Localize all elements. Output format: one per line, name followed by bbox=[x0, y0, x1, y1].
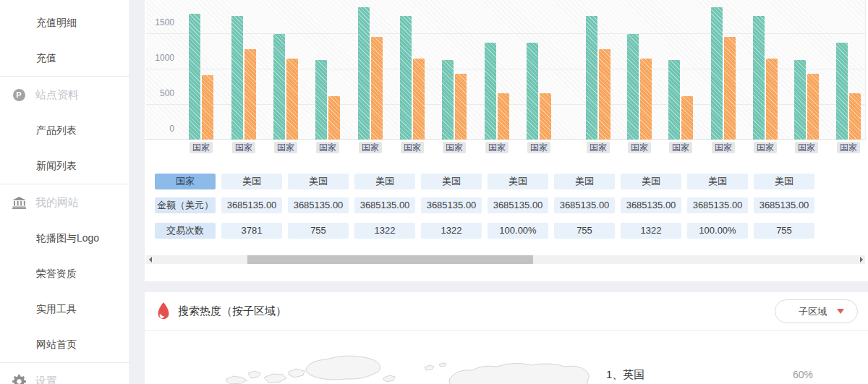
bar-orange[interactable] bbox=[371, 37, 383, 140]
table-cell: 3685135.00 bbox=[621, 197, 681, 213]
bar-orange[interactable] bbox=[455, 74, 467, 140]
bar-orange[interactable] bbox=[286, 59, 298, 140]
sidebar-item[interactable]: 轮播图与Logo bbox=[0, 221, 129, 256]
scroll-left-arrow[interactable] bbox=[146, 255, 154, 264]
right-arrow-icon bbox=[860, 257, 863, 263]
world-map bbox=[213, 350, 597, 384]
bar-orange[interactable] bbox=[599, 49, 610, 140]
bar-orange[interactable] bbox=[244, 49, 256, 140]
x-axis-label-chip: 国家 bbox=[274, 142, 297, 153]
scrollbar-thumb[interactable] bbox=[247, 255, 533, 264]
sidebar-section-label: 设置 bbox=[35, 375, 57, 384]
flame-icon bbox=[156, 302, 171, 321]
p-circle-icon: P bbox=[13, 89, 25, 101]
x-axis-label-chip: 国家 bbox=[628, 142, 651, 153]
bar-orange[interactable] bbox=[202, 75, 213, 140]
x-axis-label-chip: 国家 bbox=[795, 142, 818, 153]
table-cell: 755 bbox=[754, 223, 814, 239]
x-axis-label-chip: 国家 bbox=[837, 142, 860, 153]
bar-teal[interactable] bbox=[400, 16, 412, 140]
sidebar: 充值明细充值P站点资料产品列表新闻列表我的网站轮播图与Logo荣誉资质实用工具网… bbox=[0, 0, 130, 384]
table-cell: 1322 bbox=[621, 223, 681, 239]
table-cell: 100.00% bbox=[687, 223, 748, 239]
sidebar-section-2[interactable]: 我的网站 bbox=[0, 184, 129, 221]
sidebar-section-3[interactable]: 设置 bbox=[0, 363, 129, 384]
table-cell: 1322 bbox=[421, 223, 482, 239]
sidebar-item[interactable]: 新闻列表 bbox=[0, 148, 129, 184]
y-axis-tick-label: 500 bbox=[145, 88, 174, 98]
table-cell: 3685135.00 bbox=[554, 197, 615, 213]
bar-orange[interactable] bbox=[540, 93, 551, 140]
x-axis-label-chip: 国家 bbox=[190, 142, 213, 153]
bar-teal[interactable] bbox=[189, 14, 200, 140]
bar-orange[interactable] bbox=[640, 59, 652, 140]
rank-item-value: 60% bbox=[793, 369, 813, 380]
sidebar-section-label: 站点资料 bbox=[35, 88, 79, 102]
x-axis-label-chip: 国家 bbox=[401, 142, 424, 153]
sidebar-section-1[interactable]: P站点资料 bbox=[0, 77, 129, 113]
table-cell: 3685135.00 bbox=[354, 197, 415, 213]
bar-teal[interactable] bbox=[794, 60, 806, 140]
table-cell: 755 bbox=[554, 223, 615, 239]
sidebar-item[interactable]: 荣誉资质 bbox=[0, 256, 129, 291]
bar-teal[interactable] bbox=[711, 7, 723, 140]
sidebar-item[interactable]: 产品列表 bbox=[0, 113, 129, 148]
bar-orange[interactable] bbox=[766, 59, 778, 140]
caret-down-icon bbox=[837, 309, 844, 314]
table-cell: 3685135.00 bbox=[754, 197, 814, 213]
bar-orange[interactable] bbox=[328, 96, 340, 140]
y-axis-tick-label: 1000 bbox=[145, 53, 174, 63]
bar-teal[interactable] bbox=[358, 7, 370, 140]
bar-teal[interactable] bbox=[668, 60, 680, 140]
table-column-header: 美国 bbox=[288, 174, 349, 189]
bar-teal[interactable] bbox=[627, 34, 639, 140]
table-column-header: 美国 bbox=[621, 174, 681, 189]
sidebar-item[interactable]: 充值 bbox=[0, 40, 129, 76]
heat-card-title: 搜索热度（按子区域） bbox=[178, 304, 286, 318]
table-column-header: 美国 bbox=[221, 174, 282, 189]
y-axis-tick-label: 0 bbox=[145, 124, 174, 134]
bar-teal[interactable] bbox=[836, 43, 848, 140]
table-column-header: 美国 bbox=[754, 174, 814, 189]
gear-icon bbox=[12, 375, 26, 384]
bar-teal[interactable] bbox=[485, 43, 496, 140]
bar-orange[interactable] bbox=[681, 96, 693, 140]
x-axis-label-chip: 国家 bbox=[232, 142, 255, 153]
bar-teal[interactable] bbox=[753, 16, 765, 140]
subregion-dropdown-button[interactable]: 子区域 bbox=[775, 299, 858, 323]
x-axis-label-chip: 国家 bbox=[587, 142, 610, 153]
bar-teal[interactable] bbox=[315, 60, 327, 140]
bar-orange[interactable] bbox=[498, 93, 509, 140]
bar-teal[interactable] bbox=[273, 34, 285, 140]
table-column-header: 美国 bbox=[488, 174, 548, 189]
x-axis-label-chip: 国家 bbox=[712, 142, 735, 153]
table-cell: 3685135.00 bbox=[221, 197, 282, 213]
sidebar-item[interactable]: 网站首页 bbox=[0, 327, 129, 362]
table-column-header: 美国 bbox=[421, 174, 482, 189]
chart-card: 050010001500 国家国家国家国家国家国家国家国家国家国家国家国家国家国… bbox=[145, 0, 868, 281]
scroll-right-arrow[interactable] bbox=[857, 255, 865, 264]
table-cell: 3685135.00 bbox=[288, 197, 349, 213]
table-cell: 3685135.00 bbox=[488, 197, 548, 213]
bar-orange[interactable] bbox=[413, 59, 425, 140]
sidebar-item[interactable]: 实用工具 bbox=[0, 291, 129, 327]
bar-orange[interactable] bbox=[849, 93, 861, 140]
sidebar-section-label: 我的网站 bbox=[35, 196, 79, 210]
horizontal-scrollbar[interactable] bbox=[146, 255, 865, 264]
table-cell: 755 bbox=[288, 223, 349, 239]
bar-teal[interactable] bbox=[442, 60, 454, 140]
sidebar-item[interactable]: 充值明细 bbox=[0, 5, 129, 40]
y-axis-tick-label: 1500 bbox=[145, 17, 174, 27]
bar-teal[interactable] bbox=[586, 16, 597, 140]
table-cell: 3685135.00 bbox=[421, 197, 482, 213]
x-axis-label-chip: 国家 bbox=[754, 142, 777, 153]
heat-ranking-list: 1、英国60% bbox=[606, 366, 813, 383]
x-axis-label-chip: 国家 bbox=[443, 142, 466, 153]
bar-teal[interactable] bbox=[231, 16, 243, 140]
table-column-header: 美国 bbox=[354, 174, 415, 189]
left-arrow-icon bbox=[149, 257, 152, 263]
rank-item: 1、英国60% bbox=[606, 366, 813, 383]
bar-teal[interactable] bbox=[527, 43, 538, 140]
bar-orange[interactable] bbox=[724, 37, 736, 140]
bar-orange[interactable] bbox=[807, 74, 819, 140]
